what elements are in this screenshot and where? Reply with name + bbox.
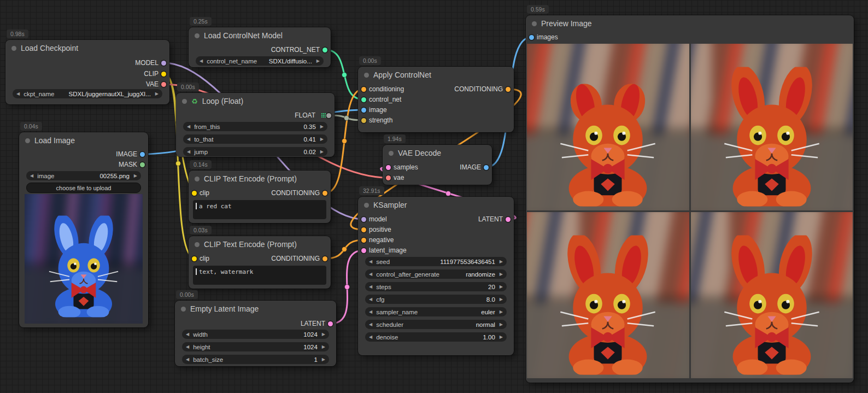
node-title-bar[interactable]: Preview Image bbox=[526, 15, 854, 32]
next-value-icon[interactable]: ▶ bbox=[500, 272, 503, 277]
port-conditioning-output[interactable] bbox=[322, 191, 327, 196]
node-title-bar[interactable]: Load Checkpoint bbox=[5, 40, 169, 56]
port-latent-output[interactable] bbox=[506, 217, 511, 222]
denoise-widget[interactable]: ◀ denoise 1.00 ▶ bbox=[365, 332, 507, 342]
port-image-output[interactable] bbox=[140, 152, 145, 157]
prompt-textarea[interactable]: text, watermark bbox=[193, 266, 326, 285]
node-load-checkpoint[interactable]: 0.98s Load Checkpoint MODEL CLIP VAE ◀ c… bbox=[5, 40, 169, 104]
prev-value-icon[interactable]: ◀ bbox=[187, 137, 190, 142]
prev-value-icon[interactable]: ◀ bbox=[369, 310, 372, 314]
prev-value-icon[interactable]: ◀ bbox=[200, 59, 203, 63]
port-float-output[interactable] bbox=[326, 113, 331, 118]
node-clip-encode-negative[interactable]: 0.03s CLIP Text Encode (Prompt) clip CON… bbox=[189, 236, 331, 289]
width-widget[interactable]: ◀ width 1024 ▶ bbox=[182, 330, 329, 339]
prev-value-icon[interactable]: ◀ bbox=[186, 332, 189, 337]
steps-widget[interactable]: ◀ steps 20 ▶ bbox=[365, 282, 507, 291]
node-apply-controlnet[interactable]: 0.00s Apply ControlNet conditioning COND… bbox=[358, 67, 514, 132]
node-graph-canvas[interactable]: 0.98s Load Checkpoint MODEL CLIP VAE ◀ c… bbox=[0, 0, 868, 393]
node-title-bar[interactable]: CLIP Text Encode (Prompt) bbox=[189, 236, 331, 253]
control-after-generate-widget[interactable]: ◀ control_after_generate randomize ▶ bbox=[365, 269, 507, 279]
node-title-bar[interactable]: Empty Latent Image bbox=[175, 301, 336, 317]
next-value-icon[interactable]: ▶ bbox=[155, 92, 159, 96]
node-loop-float[interactable]: 0.00s ♻ Loop (Float) FLOAT ◀ from_this 0… bbox=[176, 93, 335, 157]
port-model-output[interactable] bbox=[161, 61, 166, 66]
image-file-widget[interactable]: ◀ image 00255.png ▶ bbox=[26, 171, 141, 180]
collapse-icon[interactable] bbox=[195, 33, 200, 38]
collapse-icon[interactable] bbox=[364, 203, 369, 208]
port-vae-input[interactable] bbox=[386, 175, 391, 180]
prompt-textarea[interactable]: a red cat bbox=[193, 200, 326, 219]
port-conditioning-output[interactable] bbox=[506, 87, 511, 92]
prev-value-icon[interactable]: ◀ bbox=[369, 272, 372, 277]
prev-value-icon[interactable]: ◀ bbox=[186, 345, 189, 349]
prev-value-icon[interactable]: ◀ bbox=[369, 297, 372, 302]
node-load-image[interactable]: 0.04s Load Image IMAGE MASK ◀ image 0025… bbox=[19, 132, 148, 327]
next-value-icon[interactable]: ▶ bbox=[320, 125, 324, 129]
prev-value-icon[interactable]: ◀ bbox=[187, 150, 190, 154]
cfg-widget[interactable]: ◀ cfg 8.0 ▶ bbox=[365, 295, 507, 304]
prev-value-icon[interactable]: ◀ bbox=[369, 335, 372, 339]
prev-value-icon[interactable]: ◀ bbox=[30, 174, 33, 178]
node-title-bar[interactable]: Load Image bbox=[19, 132, 148, 149]
next-value-icon[interactable]: ▶ bbox=[322, 345, 325, 349]
port-image-output[interactable] bbox=[484, 165, 489, 170]
node-title-bar[interactable]: KSampler bbox=[358, 197, 514, 213]
prev-value-icon[interactable]: ◀ bbox=[16, 92, 20, 96]
to-that-widget[interactable]: ◀ to_that 0.41 ▶ bbox=[183, 134, 327, 144]
port-clip-input[interactable] bbox=[192, 256, 197, 261]
collapse-icon[interactable] bbox=[389, 151, 394, 156]
height-widget[interactable]: ◀ height 1024 ▶ bbox=[182, 342, 329, 351]
port-strength-input[interactable] bbox=[361, 118, 366, 123]
collapse-icon[interactable] bbox=[195, 242, 200, 247]
node-title-bar[interactable]: CLIP Text Encode (Prompt) bbox=[189, 171, 331, 187]
port-mask-output[interactable] bbox=[140, 162, 145, 167]
next-value-icon[interactable]: ▶ bbox=[320, 137, 324, 142]
ckpt-name-widget[interactable]: ◀ ckpt_name SDXL/juggernautXL_juggXI... … bbox=[13, 89, 162, 98]
next-value-icon[interactable]: ▶ bbox=[322, 357, 325, 362]
next-value-icon[interactable]: ▶ bbox=[500, 285, 503, 289]
next-value-icon[interactable]: ▶ bbox=[316, 59, 320, 63]
next-value-icon[interactable]: ▶ bbox=[500, 335, 503, 339]
port-negative-input[interactable] bbox=[361, 238, 366, 243]
next-value-icon[interactable]: ▶ bbox=[500, 297, 503, 302]
port-conditioning-output[interactable] bbox=[322, 256, 327, 261]
port-control-net-output[interactable] bbox=[322, 48, 327, 52]
node-clip-encode-positive[interactable]: 0.14s CLIP Text Encode (Prompt) clip CON… bbox=[189, 171, 331, 223]
next-value-icon[interactable]: ▶ bbox=[322, 332, 325, 337]
node-load-controlnet[interactable]: 0.25s Load ControlNet Model CONTROL_NET … bbox=[189, 27, 331, 67]
next-value-icon[interactable]: ▶ bbox=[500, 260, 503, 264]
prev-value-icon[interactable]: ◀ bbox=[369, 322, 372, 327]
port-latent-image-input[interactable] bbox=[361, 248, 366, 253]
next-value-icon[interactable]: ▶ bbox=[134, 174, 137, 178]
collapse-icon[interactable] bbox=[182, 99, 187, 104]
collapse-icon[interactable] bbox=[11, 46, 16, 51]
port-samples-input[interactable] bbox=[386, 165, 391, 170]
batch-size-widget[interactable]: ◀ batch_size 1 ▶ bbox=[182, 355, 329, 364]
collapse-icon[interactable] bbox=[181, 307, 186, 312]
node-title-bar[interactable]: Apply ControlNet bbox=[358, 67, 514, 83]
seed-widget[interactable]: ◀ seed 1119775536436451 ▶ bbox=[365, 257, 507, 266]
collapse-icon[interactable] bbox=[25, 138, 30, 143]
port-conditioning-input[interactable] bbox=[361, 87, 366, 92]
node-title-bar[interactable]: ♻ Loop (Float) bbox=[176, 93, 335, 109]
node-title-bar[interactable]: VAE Decode bbox=[383, 145, 492, 161]
next-value-icon[interactable]: ▶ bbox=[500, 310, 503, 314]
prev-value-icon[interactable]: ◀ bbox=[186, 357, 189, 362]
collapse-icon[interactable] bbox=[532, 21, 537, 26]
prev-value-icon[interactable]: ◀ bbox=[369, 285, 372, 289]
from-this-widget[interactable]: ◀ from_this 0.35 ▶ bbox=[183, 122, 327, 131]
collapse-icon[interactable] bbox=[364, 73, 369, 78]
collapse-icon[interactable] bbox=[195, 177, 200, 181]
scheduler-widget[interactable]: ◀ scheduler normal ▶ bbox=[365, 320, 507, 329]
node-ksampler[interactable]: 32.91s KSampler model LATENT positive ne… bbox=[358, 197, 514, 355]
prev-value-icon[interactable]: ◀ bbox=[187, 125, 190, 129]
port-control-net-input[interactable] bbox=[361, 97, 366, 102]
jump-widget[interactable]: ◀ jump 0.02 ▶ bbox=[183, 147, 327, 156]
port-images-input[interactable] bbox=[529, 35, 534, 40]
next-value-icon[interactable]: ▶ bbox=[500, 322, 503, 327]
next-value-icon[interactable]: ▶ bbox=[320, 150, 324, 154]
port-clip-input[interactable] bbox=[192, 191, 197, 196]
port-model-input[interactable] bbox=[361, 217, 366, 222]
control-net-name-widget[interactable]: ◀ control_net_name SDXL/diffusio... ▶ bbox=[196, 56, 324, 66]
upload-button[interactable]: choose file to upload bbox=[26, 183, 141, 193]
